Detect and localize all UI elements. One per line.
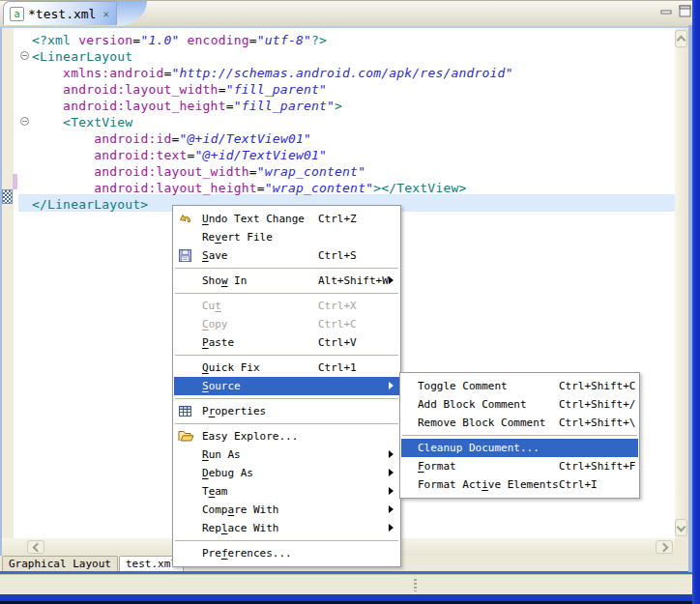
scroll-left-button[interactable] [27, 540, 44, 554]
editor-tab-title: *test.xml [28, 7, 96, 21]
fold-collapse-icon[interactable] [20, 117, 29, 126]
scroll-right-button[interactable] [656, 540, 673, 554]
code-token: </LinearLayout> [32, 197, 148, 212]
menu-item-label: Format Active Elements [418, 478, 559, 491]
no-icon [178, 229, 195, 244]
menu-item-source[interactable]: Source [174, 377, 399, 395]
code-token: android:text [94, 148, 187, 162]
menu-item-quick-fix[interactable]: Quick FixCtrl+1 [174, 359, 399, 377]
minus-glyph [22, 55, 27, 56]
no-icon [178, 465, 195, 480]
menu-item-label: Replace With [202, 522, 278, 534]
menu-item-label: Remove Block Comment [418, 417, 545, 429]
code-token: android:layout_width [63, 82, 219, 97]
menu-item-save[interactable]: SaveCtrl+S [174, 246, 399, 265]
no-icon [178, 378, 195, 393]
submenu-item-toggle-comment[interactable]: Toggle CommentCtrl+Shift+C [401, 377, 638, 395]
minus-glyph [22, 121, 27, 122]
changed-line-marker [13, 174, 17, 189]
menu-item-undo-text-change[interactable]: Undo Text ChangeCtrl+Z [174, 210, 399, 228]
code-token: "1.0" [140, 33, 179, 47]
menu-item-debug-as[interactable]: Debug As [174, 464, 399, 482]
code-token [32, 164, 94, 179]
menu-item-label: Format [418, 460, 456, 473]
submenu-item-format[interactable]: FormatCtrl+Shift+F [401, 457, 638, 475]
code-token: <TextView [63, 115, 132, 129]
code-token: "wrap_content" [257, 164, 365, 179]
menu-item-label: Cut [202, 300, 221, 312]
code-line: <LinearLayout [32, 48, 675, 65]
menu-item-label: Team [202, 485, 228, 498]
menu-separator [175, 540, 398, 541]
annotation-ruler[interactable] [2, 28, 14, 538]
tab-graphical-layout[interactable]: Graphical Layout [2, 556, 118, 571]
code-line: android:layout_height="fill_parent"> [32, 98, 675, 114]
status-bar [0, 574, 692, 594]
menu-item-label: Run As [202, 448, 241, 461]
submenu-item-cleanup-document[interactable]: Cleanup Document... [401, 439, 638, 457]
code-token: ></TextView> [373, 181, 466, 195]
code-token: = [172, 131, 180, 146]
submenu-arrow-icon [389, 524, 394, 532]
code-token: encoding [188, 33, 249, 47]
minimize-view-icon[interactable] [660, 3, 673, 21]
code-token: = [163, 66, 171, 80]
submenu-arrow-icon [389, 382, 394, 389]
menu-item-shortcut: Ctrl+Shift+C [559, 380, 635, 392]
menu-item-shortcut: Ctrl+I [559, 478, 598, 491]
no-icon [178, 298, 195, 313]
menu-item-properties[interactable]: Properties [174, 402, 399, 420]
code-token: xmlns:android [63, 66, 163, 80]
chevron-down-icon [677, 522, 686, 532]
menu-item-show-in[interactable]: Show InAlt+Shift+W [174, 272, 399, 290]
menu-item-paste[interactable]: PasteCtrl+V [174, 333, 399, 352]
code-token: "fill_parent" [234, 99, 335, 113]
vertical-scrollbar[interactable] [675, 28, 688, 538]
menu-item-run-as[interactable]: Run As [174, 446, 399, 464]
menu-item-cut[interactable]: CutCtrl+X [174, 297, 399, 315]
code-token: android:id [94, 131, 171, 146]
no-icon [178, 483, 195, 499]
window-border-bottom [0, 594, 700, 601]
submenu-item-add-block-comment[interactable]: Add Block CommentCtrl+Shift+/ [401, 395, 638, 414]
scroll-down-button[interactable] [675, 519, 687, 536]
tab-close-icon[interactable]: ✕ [102, 8, 109, 20]
menu-item-preferences[interactable]: Preferences... [174, 544, 399, 562]
properties-icon [178, 403, 195, 418]
code-token: = [249, 33, 257, 47]
menu-item-shortcut: Alt+Shift+W [318, 274, 389, 287]
menu-item-label: Debug As [202, 467, 253, 479]
menu-item-shortcut: Ctrl+Z [318, 213, 357, 225]
menu-item-replace-with[interactable]: Replace With [174, 519, 399, 537]
code-token [32, 99, 63, 113]
menu-separator [175, 355, 398, 356]
menu-item-shortcut: Ctrl+Shift+/ [559, 398, 635, 411]
no-icon [178, 446, 195, 462]
menu-item-team[interactable]: Team [174, 482, 399, 501]
menu-item-label: Preferences... [202, 547, 292, 560]
no-icon [178, 334, 195, 350]
code-line: xmlns:android="http://schemas.android.co… [32, 65, 675, 81]
open-folder-icon [178, 428, 195, 444]
code-token [32, 115, 63, 129]
eclipse-editor-window: a *test.xml ✕ <?xml version="1.0" encodi… [0, 0, 700, 604]
save-icon [178, 247, 195, 263]
menu-item-revert-file[interactable]: Revert File [174, 228, 399, 246]
code-token [32, 66, 63, 80]
scroll-up-button[interactable] [675, 30, 687, 47]
sash-gripper[interactable] [414, 579, 417, 591]
fold-collapse-icon[interactable] [20, 51, 29, 60]
code-token: "@+id/TextView01" [195, 148, 327, 162]
submenu-item-remove-block-comment[interactable]: Remove Block CommentCtrl+Shift+\ [401, 414, 638, 432]
menu-item-compare-with[interactable]: Compare With [174, 501, 399, 519]
submenu-arrow-icon [389, 505, 394, 513]
maximize-view-icon[interactable] [679, 3, 692, 21]
code-token [32, 82, 63, 97]
menu-item-label: Toggle Comment [418, 380, 508, 392]
submenu-arrow-icon [389, 450, 394, 458]
folding-column[interactable] [18, 28, 32, 538]
editor-tab-test-xml[interactable]: a *test.xml ✕ [3, 1, 117, 25]
menu-item-easy-explore[interactable]: Easy Explore... [174, 427, 399, 446]
submenu-item-format-active-elements[interactable]: Format Active ElementsCtrl+I [401, 475, 638, 494]
menu-item-copy[interactable]: CopyCtrl+C [174, 315, 399, 333]
